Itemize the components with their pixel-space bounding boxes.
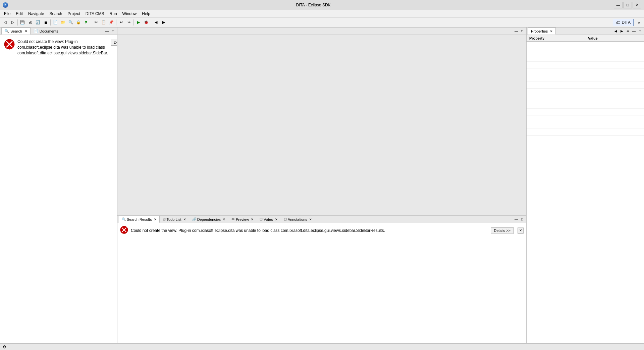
menu-dita-cms[interactable]: DITA CMS: [83, 10, 107, 17]
todo-list-close[interactable]: ✕: [183, 218, 186, 221]
toolbar-prev-btn[interactable]: ◀: [152, 19, 160, 26]
bottom-details-button[interactable]: Details >>: [491, 227, 514, 234]
right-minimize-btn[interactable]: —: [631, 29, 637, 34]
bottom-error: Could not create the view: Plug-in com.i…: [120, 226, 524, 235]
documents-tab-icon: 📄: [34, 29, 38, 33]
title-bar: e DITA - Eclipse SDK — □ ✕: [0, 0, 644, 10]
annotations-label: Annotations: [288, 217, 307, 221]
bottom-maximize-btn[interactable]: □: [520, 217, 525, 222]
toolbar-refresh-btn[interactable]: 🔄: [34, 19, 42, 26]
right-maximize-btn[interactable]: □: [637, 29, 643, 34]
left-panel-minimize-btn[interactable]: —: [104, 29, 110, 34]
property-cell: [527, 115, 585, 122]
menu-help[interactable]: Help: [139, 10, 153, 17]
minimize-button[interactable]: —: [614, 2, 623, 8]
toolbar: ◁ ▷ 💾 🖨 🔄 ⏹ 📄 📁 🔍 🔒 ⚑ ✂ 📋 📌 ↩ ↪ ▶ 🐞 ◀ ▶ …: [0, 17, 644, 28]
toolbar-group-1: ◁ ▷: [1, 19, 16, 26]
properties-label: Properties: [531, 29, 548, 33]
tab-preview[interactable]: 👁 Preview ✕: [228, 216, 257, 223]
search-tab-close[interactable]: ✕: [25, 30, 28, 33]
bottom-close-error-button[interactable]: ✕: [518, 228, 524, 234]
right-btn-3[interactable]: ⇔: [625, 29, 631, 34]
search-results-close[interactable]: ✕: [154, 218, 157, 221]
toolbar-save-btn[interactable]: 💾: [19, 19, 26, 26]
tab-dependencies[interactable]: 🔗 Dependencies ✕: [189, 216, 228, 223]
property-cell: [527, 55, 585, 61]
toolbar-search-btn[interactable]: 🔍: [67, 19, 74, 26]
properties-header: Property Value: [527, 35, 644, 42]
menu-navigate[interactable]: Navigate: [25, 10, 47, 17]
toolbar-next-btn[interactable]: ▶: [160, 19, 167, 26]
tab-documents[interactable]: 📄 Documents: [31, 28, 61, 35]
toolbar-open-btn[interactable]: 📁: [59, 19, 67, 26]
toolbar-scissors-btn[interactable]: ✂: [92, 19, 100, 26]
annotations-close[interactable]: ✕: [309, 218, 312, 221]
right-tab-bar: Properties ✕ ◀ ▶ ⇔ — □: [527, 28, 644, 35]
toolbar-group-3: 📄 📁 🔍 🔒 ⚑: [52, 19, 90, 26]
properties-close[interactable]: ✕: [550, 30, 553, 33]
menu-file[interactable]: File: [1, 10, 13, 17]
dependencies-icon: 🔗: [192, 217, 196, 221]
toolbar-flag-btn[interactable]: ⚑: [83, 19, 90, 26]
center-minimize-btn[interactable]: —: [514, 29, 519, 34]
menu-search[interactable]: Search: [47, 10, 65, 17]
preview-label: Preview: [236, 217, 249, 221]
toolbar-paste-btn[interactable]: 📌: [108, 19, 115, 26]
value-cell: [585, 122, 644, 129]
toolbar-run-btn[interactable]: ▶: [135, 19, 142, 26]
toolbar-new-btn[interactable]: 📄: [52, 19, 59, 26]
left-panel-maximize-btn[interactable]: □: [110, 29, 116, 34]
center-maximize-btn[interactable]: □: [520, 29, 525, 34]
table-row: [527, 102, 644, 109]
bottom-minimize-btn[interactable]: —: [514, 217, 519, 222]
toolbar-print-btn[interactable]: 🖨: [26, 19, 34, 26]
toolbar-debug-btn[interactable]: 🐞: [143, 19, 150, 26]
tab-todo-list[interactable]: ☑ Todo List ✕: [160, 216, 189, 223]
tab-annotations[interactable]: ☐ Annotations ✕: [281, 216, 315, 223]
right-btn-2[interactable]: ▶: [619, 29, 625, 34]
table-row: [527, 95, 644, 102]
menu-project[interactable]: Project: [65, 10, 83, 17]
property-cell: [527, 42, 585, 48]
preview-icon: 👁: [231, 217, 235, 221]
votes-close[interactable]: ✕: [275, 218, 278, 221]
toolbar-back-btn[interactable]: ◁: [1, 19, 9, 26]
toolbar-copy-btn[interactable]: 📋: [100, 19, 107, 26]
table-row: [527, 82, 644, 89]
toolbar-stop-btn[interactable]: ⏹: [42, 19, 49, 26]
toolbar-group-4: ✂ 📋 📌: [92, 19, 115, 26]
tab-search[interactable]: 🔍 Search ✕: [1, 28, 31, 35]
todo-list-icon: ☑: [163, 217, 166, 221]
tab-properties[interactable]: Properties ✕: [528, 28, 556, 35]
maximize-button[interactable]: □: [623, 2, 632, 8]
toolbar-expand-btn[interactable]: »: [635, 19, 643, 26]
bottom-panel-content: Could not create the view: Plug-in com.i…: [117, 223, 526, 343]
value-cell: [585, 42, 644, 48]
menu-edit[interactable]: Edit: [13, 10, 25, 17]
close-button[interactable]: ✕: [633, 2, 641, 8]
tab-search-results[interactable]: 🔍 Search Results ✕: [119, 216, 160, 223]
menu-run[interactable]: Run: [107, 10, 120, 17]
toolbar-undo-btn[interactable]: ↩: [117, 19, 125, 26]
left-panel-error: Could not create the view: Plug-in com.i…: [3, 38, 114, 57]
dita-perspective-button[interactable]: 🏷 DITA: [613, 19, 634, 26]
right-btn-1[interactable]: ◀: [613, 29, 619, 34]
preview-close[interactable]: ✕: [251, 218, 254, 221]
toolbar-lock-btn[interactable]: 🔒: [75, 19, 82, 26]
dependencies-close[interactable]: ✕: [223, 218, 225, 221]
property-cell: [527, 129, 585, 135]
property-cell: [527, 82, 585, 88]
toolbar-redo-btn[interactable]: ↪: [125, 19, 132, 26]
table-row: [527, 115, 644, 122]
menu-window[interactable]: Window: [120, 10, 140, 17]
left-details-button[interactable]: Details >>: [111, 39, 117, 46]
dita-icon: 🏷: [616, 20, 621, 25]
left-panel: 🔍 Search ✕ 📄 Documents — □: [0, 28, 117, 343]
search-tab-label: Search: [10, 29, 22, 33]
toolbar-group-2: 💾 🖨 🔄 ⏹: [19, 19, 49, 26]
property-cell: [527, 122, 585, 129]
tab-votes[interactable]: ☐ Votes ✕: [257, 216, 281, 223]
toolbar-forward-btn[interactable]: ▷: [9, 19, 16, 26]
property-cell: [527, 48, 585, 55]
table-row: [527, 109, 644, 115]
